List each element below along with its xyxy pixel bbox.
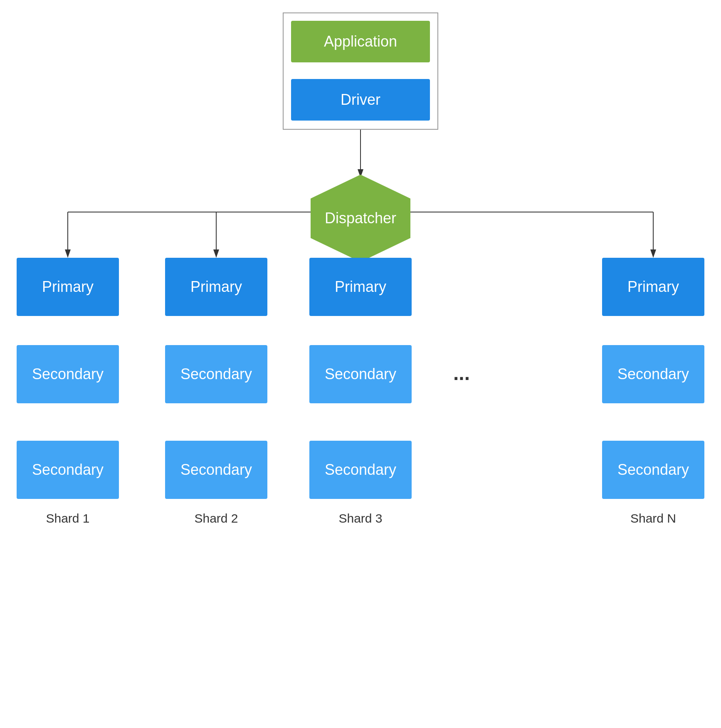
- dispatcher-hexagon: Dispatcher: [311, 175, 410, 262]
- secondary-box-2a: Secondary: [165, 345, 267, 403]
- secondary-3a-label: Secondary: [325, 365, 396, 383]
- secondary-box-3a: Secondary: [309, 345, 412, 403]
- secondary-box-4b: Secondary: [602, 441, 704, 499]
- secondary-box-4a: Secondary: [602, 345, 704, 403]
- primary-box-2: Primary: [165, 258, 267, 316]
- secondary-3b-label: Secondary: [325, 461, 396, 479]
- secondary-box-1b: Secondary: [17, 441, 119, 499]
- primary-box-3: Primary: [309, 258, 412, 316]
- secondary-2a-label: Secondary: [180, 365, 252, 383]
- shard-label-n: Shard N: [619, 511, 688, 526]
- shard-label-1: Shard 1: [33, 511, 102, 526]
- primary-box-4: Primary: [602, 258, 704, 316]
- secondary-1a-label: Secondary: [32, 365, 104, 383]
- shard-label-3: Shard 3: [326, 511, 395, 526]
- driver-box: Driver: [291, 79, 430, 121]
- driver-label: Driver: [341, 91, 380, 109]
- secondary-4b-label: Secondary: [617, 461, 689, 479]
- primary-3-label: Primary: [335, 278, 386, 296]
- primary-box-1: Primary: [17, 258, 119, 316]
- shard-label-2: Shard 2: [182, 511, 251, 526]
- secondary-box-3b: Secondary: [309, 441, 412, 499]
- ellipsis-indicator: ...: [453, 362, 470, 385]
- application-box: Application: [291, 21, 430, 62]
- secondary-1b-label: Secondary: [32, 461, 104, 479]
- secondary-2b-label: Secondary: [180, 461, 252, 479]
- application-label: Application: [324, 33, 397, 50]
- architecture-diagram: Application Driver Dispatcher Primary Pr…: [0, 0, 721, 728]
- dispatcher-label: Dispatcher: [325, 210, 396, 227]
- secondary-4a-label: Secondary: [617, 365, 689, 383]
- primary-1-label: Primary: [42, 278, 94, 296]
- secondary-box-1a: Secondary: [17, 345, 119, 403]
- primary-4-label: Primary: [627, 278, 679, 296]
- secondary-box-2b: Secondary: [165, 441, 267, 499]
- primary-2-label: Primary: [190, 278, 242, 296]
